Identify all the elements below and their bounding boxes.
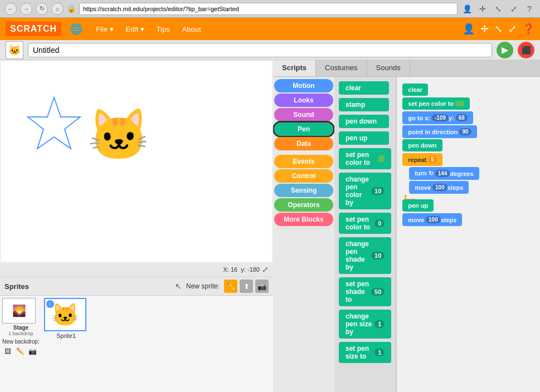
stage-thumb-area: 🌄 Stage 1 backdrop New backdrop: 🖼 ✏️ 📷 [0,296,42,359]
cat-pen[interactable]: Pen [274,122,333,136]
block-change-pen-color[interactable]: change pen color by 10 [339,173,391,209]
scratch-logo: SCRATCH [6,22,61,36]
question-icon[interactable]: ❓ [522,23,534,35]
x-coord-label: X: 16 [223,266,238,273]
sprite-info-icon[interactable]: i [46,300,54,308]
ws-block-move1[interactable]: move 100 steps [409,181,469,194]
blocks-panel: Motion Looks Sound Pen Data Events Contr… [273,77,540,392]
user-icon[interactable]: 👤 [461,3,473,15]
block-change-pen-size[interactable]: change pen size by 1 [339,310,391,339]
sprite-item[interactable]: i 🐱 Sprite1 [44,298,89,357]
home-button[interactable]: ⌂ [51,3,64,15]
paint-sprite-button[interactable]: ✏️ [224,280,237,293]
edit-menu[interactable]: Edit ▾ [121,23,149,36]
stage-mini-thumb[interactable]: 🌄 [2,298,36,324]
globe-nav-icon[interactable]: ✛ [480,23,489,35]
cat-sound[interactable]: Sound [274,108,333,121]
block-stamp[interactable]: stamp [339,98,389,111]
editor-title-bar: 🐱 v439.2 ▶ ⬛ [0,40,540,60]
green-flag-button[interactable]: ▶ [497,42,513,58]
block-set-pen-size[interactable]: set pen size to 1 [339,342,391,363]
block-categories: Motion Looks Sound Pen Data Events Contr… [273,77,334,392]
sprite-item-name: Sprite1 [44,332,89,339]
ws-block-pen-down[interactable]: pen down [402,139,442,151]
back-button[interactable]: ← [4,3,17,15]
user-nav-icon[interactable]: 👤 [463,23,475,35]
project-title-input[interactable] [28,43,492,57]
scripts-area: Scripts Costumes Sounds Motion Looks Sou… [273,60,540,392]
resize-icon[interactable]: ⤡ [492,3,504,15]
tips-menu[interactable]: Tips [152,23,174,36]
y-coord-value: -180 [247,266,260,273]
new-backdrop-icons: 🖼 ✏️ 📷 [2,346,40,357]
y-coord-label: y: -180 [241,266,260,273]
block-set-pen-color-swatch[interactable]: set pen color to [339,148,391,169]
url-bar[interactable] [79,3,458,15]
tab-sounds[interactable]: Sounds [367,60,410,76]
ws-block-point-direction[interactable]: point in direction 90 [402,125,476,138]
blocks-list: clear stamp pen down pen up set pen colo… [334,77,396,392]
minimize-icon[interactable]: ⤢ [508,3,520,15]
nav-menu: File ▾ Edit ▾ Tips About [91,23,206,36]
help-icon[interactable]: ? [523,3,536,15]
block-pen-down[interactable]: pen down [339,115,389,128]
editor-main: 🐱 X: 16 y: -180 ⤢ Sprites ↖ New sprite: … [0,60,540,392]
ws-block-repeat[interactable]: repeat 5 [402,153,442,166]
scripts-tabs: Scripts Costumes Sounds [273,60,540,77]
tab-costumes[interactable]: Costumes [316,60,367,76]
star-drawing [23,95,85,156]
ws-block-pen-up[interactable]: pen up [402,199,434,212]
upload-sprite-button[interactable]: ⬆ [240,280,253,293]
stage-canvas: 🐱 [1,61,272,262]
block-clear[interactable]: clear [339,81,389,95]
sprites-list: i 🐱 Sprite1 [42,296,91,359]
block-change-pen-shade[interactable]: change pen shade by 10 [339,237,391,274]
sprite-thumb: i 🐱 [44,298,86,331]
new-sprite-icons: ✏️ ⬆ 📷 [224,280,269,293]
camera-sprite-button[interactable]: 📷 [255,280,269,293]
cat-operators[interactable]: Operators [274,198,333,212]
new-sprite-label: New sprite: [186,282,220,290]
stop-button[interactable]: ⬛ [518,42,534,58]
backdrop-camera-icon[interactable]: 📷 [27,346,38,357]
cat-looks[interactable]: Looks [274,94,333,107]
refresh-button[interactable]: ↻ [36,3,48,15]
globe-icon[interactable]: 🌐 [70,23,82,35]
block-set-pen-color-val[interactable]: set pen color to 0 [339,213,391,234]
ws-block-set-pen-color[interactable]: set pen color to [402,97,470,110]
ws-block-move2[interactable]: move 100 steps [402,213,462,226]
cat-motion[interactable]: Motion [274,79,333,92]
forward-button[interactable]: → [20,3,32,15]
sprites-panel: Sprites ↖ New sprite: ✏️ ⬆ 📷 🌄 Stage 1 b… [0,276,273,392]
stage-area: 🐱 X: 16 y: -180 ⤢ Sprites ↖ New sprite: … [0,60,273,392]
ws-block-turn[interactable]: turn ↻ 144 degrees [409,167,479,180]
about-menu[interactable]: About [178,23,206,36]
cat-events[interactable]: Events [274,155,333,168]
sprites-content: 🌄 Stage 1 backdrop New backdrop: 🖼 ✏️ 📷 … [0,296,273,359]
script-workspace: clear set pen color to go to x: -109 y: … [396,77,540,392]
block-pen-up[interactable]: pen up [339,131,389,145]
drag-icon[interactable]: ✛ [476,3,489,15]
file-menu[interactable]: File ▾ [91,23,118,36]
browser-bar: ← → ↻ ⌂ 🔒 👤 ✛ ⤡ ⤢ ? [0,0,540,18]
lock-icon: 🔒 [67,4,76,13]
cat-data[interactable]: Data [274,137,333,150]
tab-scripts[interactable]: Scripts [273,60,316,76]
expand-stage-button[interactable]: ⤢ [262,265,269,274]
stage-mini-label: Stage [2,325,40,331]
sprites-header: Sprites ↖ New sprite: ✏️ ⬆ 📷 [0,277,273,296]
svg-marker-0 [28,97,80,149]
ws-block-clear[interactable]: clear [402,84,428,96]
block-set-pen-shade[interactable]: set pen shade to 50 [339,277,391,306]
backdrop-image-icon[interactable]: 🖼 [2,346,13,357]
nav-right: 👤 ✛ ⤡ ⤢ ❓ [463,23,534,35]
shrink-icon[interactable]: ⤢ [508,23,517,35]
cat-sensing[interactable]: Sensing [274,184,333,197]
ws-block-goto[interactable]: go to x: -109 y: 68 [402,111,473,124]
x-coord-value: 16 [231,266,237,273]
cat-more-blocks[interactable]: More Blocks [274,213,333,226]
backdrop-paint-icon[interactable]: ✏️ [14,346,26,357]
cat-sprite: 🐱 [87,106,150,164]
fullscreen-icon[interactable]: ⤡ [494,23,503,35]
cat-control[interactable]: Control [274,169,333,183]
